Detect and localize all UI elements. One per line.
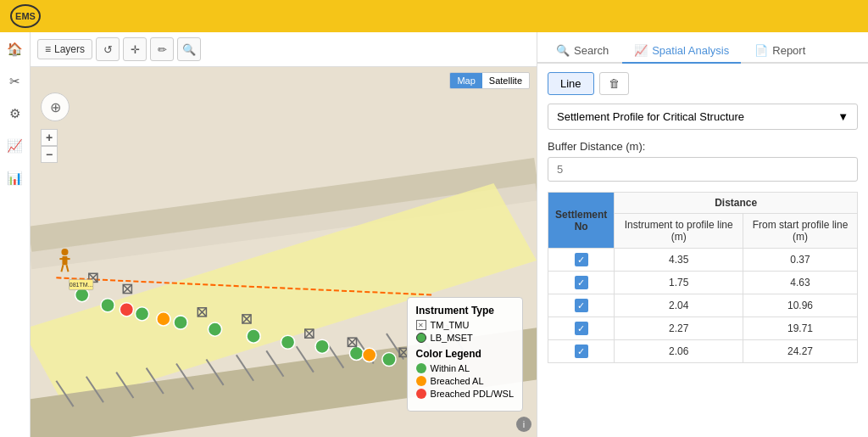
legend-tm-tmu: ✕ TM_TMU — [416, 320, 514, 330]
instrument-to-value: 4.35 — [615, 249, 743, 272]
svg-point-25 — [349, 346, 363, 360]
profile-dropdown-arrow: ▼ — [837, 110, 849, 123]
checkbox-checked[interactable]: ✓ — [575, 322, 588, 335]
panel-content: Line 🗑 Settlement Profile for Critical S… — [537, 64, 868, 437]
table-row: ✓2.0410.96 — [548, 294, 858, 317]
map-canvas[interactable]: Map Satellite ⊕ + − — [31, 67, 537, 437]
table-row: ✓2.0624.27 — [548, 340, 858, 363]
legend-breached-al: Breached AL — [416, 376, 514, 386]
svg-point-27 — [157, 312, 170, 326]
instrument-type-title: Instrument Type — [416, 305, 514, 317]
svg-point-23 — [281, 335, 294, 349]
delete-button[interactable]: 🗑 — [599, 72, 629, 95]
spatial-analysis-tab-label: Spatial Analysis — [652, 44, 729, 57]
search-tool[interactable]: 🔍 — [177, 37, 201, 61]
zoom-out-button[interactable]: − — [41, 146, 58, 163]
profile-dropdown[interactable]: Settlement Profile for Critical Structur… — [548, 104, 858, 130]
line-button[interactable]: Line — [548, 72, 594, 95]
from-start-value: 10.96 — [743, 294, 858, 317]
instrument-to-value: 2.27 — [615, 317, 743, 340]
line-controls: Line 🗑 — [548, 72, 858, 95]
tabs: 🔍 Search 📈 Spatial Analysis 📄 Report — [537, 32, 868, 64]
legend-lb-mset: LB_MSET — [416, 333, 514, 343]
row-checkbox-cell[interactable]: ✓ — [548, 272, 615, 294]
table-row: ✓1.754.63 — [548, 272, 858, 294]
legend-tm-tmu-label: TM_TMU — [431, 320, 470, 330]
edit-tool[interactable]: ✏ — [150, 37, 174, 61]
row-checkbox-cell[interactable]: ✓ — [548, 249, 615, 272]
legend-breached-pdl: Breached PDL/WSL — [416, 389, 514, 399]
svg-point-51 — [61, 249, 68, 255]
table-row: ✓2.2719.71 — [548, 317, 858, 340]
compass[interactable]: ⊕ — [41, 92, 70, 121]
checkbox-checked[interactable]: ✓ — [575, 345, 588, 358]
map-toggle-satellite[interactable]: Satellite — [482, 73, 529, 88]
from-start-value: 19.71 — [743, 317, 858, 340]
svg-point-17 — [75, 288, 89, 301]
report-tab-label: Report — [772, 44, 805, 57]
sidebar-home-icon[interactable]: 🏠 — [5, 39, 25, 59]
from-start-value: 4.63 — [743, 272, 858, 294]
legend-within-al-label: Within AL — [431, 363, 470, 373]
tab-report[interactable]: 📄 Report — [743, 39, 817, 64]
map-toolbar: ≡ Layers ↺ ✛ ✏ 🔍 — [31, 32, 537, 67]
zoom-controls: + − — [41, 129, 58, 163]
profile-dropdown-label: Settlement Profile for Critical Structur… — [557, 110, 744, 123]
svg-point-29 — [120, 303, 133, 317]
rotate-tool[interactable]: ↺ — [96, 37, 120, 61]
search-tab-label: Search — [574, 44, 609, 57]
spatial-analysis-tab-icon: 📈 — [634, 44, 648, 57]
sidebar-bar-icon[interactable]: 📊 — [5, 168, 25, 188]
report-tab-icon: 📄 — [754, 44, 768, 57]
sidebar-cut-icon[interactable]: ✂ — [5, 71, 25, 92]
svg-point-18 — [101, 299, 114, 312]
svg-text:081TM...: 081TM... — [70, 282, 93, 289]
svg-point-28 — [363, 348, 376, 361]
sidebar-chart-icon[interactable]: 📈 — [5, 136, 25, 156]
zoom-in-button[interactable]: + — [41, 129, 58, 146]
svg-point-26 — [382, 352, 396, 366]
layers-label: Layers — [54, 43, 85, 55]
svg-point-22 — [247, 329, 260, 343]
instrument-to-value: 2.04 — [615, 294, 743, 317]
instrument-to-value: 2.06 — [615, 340, 743, 363]
from-start-value: 0.37 — [743, 249, 858, 272]
sidebar-settings-icon[interactable]: ⚙ — [5, 104, 25, 124]
tab-search[interactable]: 🔍 Search — [544, 39, 620, 64]
legend-within-al: Within AL — [416, 363, 514, 373]
settlement-no-header: Settlement No — [548, 193, 615, 249]
checkbox-checked[interactable]: ✓ — [575, 276, 588, 289]
table-row: ✓4.350.37 — [548, 249, 858, 272]
right-panel: 🔍 Search 📈 Spatial Analysis 📄 Report Lin… — [537, 32, 868, 437]
row-checkbox-cell[interactable]: ✓ — [548, 340, 615, 363]
layers-button[interactable]: ≡ Layers — [37, 39, 92, 59]
from-start-value: 24.27 — [743, 340, 858, 363]
instrument-to-header: Instrument to profile line (m) — [615, 214, 743, 249]
layers-icon: ≡ — [45, 43, 51, 55]
svg-rect-52 — [62, 256, 67, 265]
checkbox-checked[interactable]: ✓ — [575, 253, 588, 266]
legend-breached-pdl-label: Breached PDL/WSL — [431, 389, 514, 399]
legend: Instrument Type ✕ TM_TMU LB_MSET Color L… — [407, 297, 523, 412]
left-sidebar: 🏠 ✂ ⚙ 📈 📊 — [0, 32, 31, 437]
svg-point-19 — [135, 307, 148, 321]
map-toggle-map[interactable]: Map — [450, 73, 481, 88]
checkbox-checked[interactable]: ✓ — [575, 299, 588, 312]
row-checkbox-cell[interactable]: ✓ — [548, 294, 615, 317]
move-tool[interactable]: ✛ — [123, 37, 147, 61]
buffer-distance-input[interactable] — [548, 157, 858, 182]
svg-point-24 — [315, 339, 329, 353]
tab-spatial-analysis[interactable]: 📈 Spatial Analysis — [622, 39, 741, 64]
main-layout: 🏠 ✂ ⚙ 📈 📊 ≡ Layers ↺ ✛ ✏ 🔍 Map Satellite — [0, 32, 868, 437]
distance-header: Distance — [615, 193, 858, 214]
instrument-to-value: 1.75 — [615, 272, 743, 294]
search-tab-icon: 🔍 — [556, 44, 570, 57]
table-body: ✓4.350.37✓1.754.63✓2.0410.96✓2.2719.71✓2… — [548, 249, 858, 363]
svg-point-21 — [208, 322, 221, 336]
svg-point-20 — [174, 316, 187, 329]
results-table: Settlement No Distance Instrument to pro… — [548, 192, 858, 363]
legend-lb-mset-label: LB_MSET — [431, 333, 473, 343]
ems-logo: EMS — [10, 4, 41, 28]
info-button[interactable]: i — [516, 417, 531, 432]
row-checkbox-cell[interactable]: ✓ — [548, 317, 615, 340]
